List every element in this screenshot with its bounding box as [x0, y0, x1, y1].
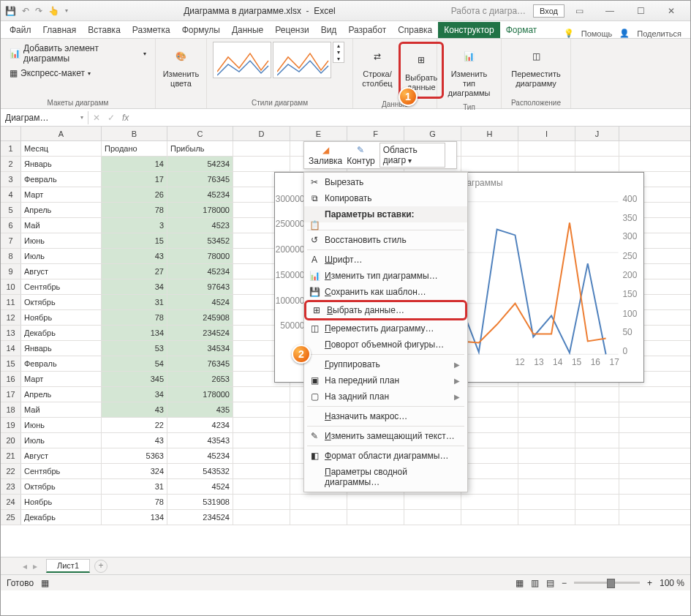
cell[interactable]: [233, 464, 290, 478]
confirm-icon[interactable]: ✓: [107, 113, 115, 123]
cell[interactable]: 178000: [167, 387, 233, 402]
row-header[interactable]: 7: [1, 233, 21, 248]
sheet-nav-next-icon[interactable]: ▸: [33, 561, 37, 571]
cell[interactable]: Январь: [21, 341, 102, 356]
chart-styles-gallery[interactable]: ▴ ▾ ▾: [213, 42, 347, 97]
ctx-item[interactable]: 📊Изменить тип диаграммы…: [304, 268, 467, 284]
cell[interactable]: 43543: [167, 433, 233, 448]
cancel-icon[interactable]: ✕: [93, 113, 100, 123]
cell[interactable]: Июль: [21, 433, 102, 448]
view-pagebreak-icon[interactable]: ▤: [546, 578, 554, 588]
cell[interactable]: Февраль: [21, 172, 102, 187]
cell[interactable]: 97643: [167, 279, 233, 294]
cell[interactable]: [461, 495, 518, 509]
cell[interactable]: [233, 479, 290, 494]
cell[interactable]: [461, 387, 518, 402]
tab-Рецензи[interactable]: Рецензи: [269, 22, 314, 38]
cell[interactable]: 45234: [167, 187, 233, 202]
cell[interactable]: 54: [102, 356, 167, 371]
cell[interactable]: 27: [102, 264, 167, 279]
cell[interactable]: 4524: [167, 479, 233, 494]
col-header[interactable]: F: [347, 127, 404, 140]
cell[interactable]: Декабрь: [21, 510, 102, 525]
ctx-item[interactable]: ✎Изменить замещающий текст…: [304, 428, 467, 444]
row-header[interactable]: 13: [1, 326, 21, 340]
save-icon[interactable]: 💾: [5, 6, 16, 16]
cell[interactable]: 78: [102, 203, 167, 217]
cell[interactable]: 17: [102, 172, 167, 187]
chart-element-select[interactable]: Область диагр ▾: [380, 143, 445, 168]
quick-layout-button[interactable]: ▦Экспресс-макет ▾: [7, 67, 94, 80]
row-header[interactable]: 9: [1, 264, 21, 279]
cell[interactable]: 5363: [102, 448, 167, 463]
cell[interactable]: [575, 464, 619, 478]
cell[interactable]: 4524: [167, 295, 233, 309]
cell[interactable]: [575, 433, 619, 448]
cell[interactable]: [347, 510, 404, 525]
cell[interactable]: [461, 418, 518, 432]
cell[interactable]: 34: [102, 279, 167, 294]
tab-Разметка[interactable]: Разметка: [127, 22, 176, 38]
cell[interactable]: 45234: [167, 264, 233, 279]
col-header[interactable]: H: [461, 127, 518, 140]
row-header[interactable]: 24: [1, 495, 21, 509]
cell[interactable]: 234524: [167, 510, 233, 525]
cell[interactable]: [518, 418, 575, 432]
cell[interactable]: 2653: [167, 372, 233, 386]
touch-icon[interactable]: 👆: [48, 6, 59, 16]
cell[interactable]: [575, 387, 619, 402]
cell[interactable]: Октябрь: [21, 295, 102, 309]
cell[interactable]: [575, 448, 619, 463]
ctx-item[interactable]: Назначить макрос…: [304, 408, 467, 424]
cell[interactable]: 3: [102, 218, 167, 233]
cell[interactable]: 435: [167, 402, 233, 417]
redo-icon[interactable]: ↷: [35, 6, 42, 16]
row-header[interactable]: 21: [1, 448, 21, 463]
ctx-item[interactable]: 💾Сохранить как шаблон…: [304, 284, 467, 300]
cell[interactable]: Сентябрь: [21, 464, 102, 478]
cell[interactable]: [461, 448, 518, 463]
add-sheet-button[interactable]: +: [94, 560, 107, 573]
cell[interactable]: [290, 510, 347, 525]
cell[interactable]: 345: [102, 372, 167, 386]
cell[interactable]: 234524: [167, 326, 233, 340]
col-header[interactable]: B: [102, 127, 167, 140]
maximize-icon[interactable]: ☐: [626, 2, 655, 20]
cell[interactable]: [461, 510, 518, 525]
fill-button[interactable]: ◢Заливка: [309, 145, 342, 166]
cell[interactable]: [518, 495, 575, 509]
cell[interactable]: Июль: [21, 249, 102, 263]
cell[interactable]: 22: [102, 418, 167, 432]
cell[interactable]: 4523: [167, 218, 233, 233]
cell[interactable]: [233, 510, 290, 525]
col-header[interactable]: E: [290, 127, 347, 140]
zoom-out-icon[interactable]: −: [562, 578, 567, 588]
row-header[interactable]: 15: [1, 356, 21, 371]
cell[interactable]: [233, 433, 290, 448]
row-header[interactable]: 16: [1, 372, 21, 386]
sheet-tab[interactable]: Лист1: [46, 559, 90, 573]
cell[interactable]: 43: [102, 402, 167, 417]
name-box[interactable]: Диаграм…▾: [1, 111, 88, 124]
select-all-corner[interactable]: [1, 127, 21, 140]
cell[interactable]: 76345: [167, 356, 233, 371]
cell[interactable]: 34: [102, 387, 167, 402]
tab-Справка[interactable]: Справка: [392, 22, 438, 38]
cell[interactable]: 31: [102, 295, 167, 309]
cell[interactable]: 245908: [167, 310, 233, 325]
ribbon-options-icon[interactable]: ▭: [564, 2, 594, 20]
tab-Файл[interactable]: Файл: [4, 22, 37, 38]
cell[interactable]: Прибыль: [167, 141, 233, 156]
row-header[interactable]: 14: [1, 341, 21, 356]
cell[interactable]: [518, 479, 575, 494]
col-header[interactable]: J: [575, 127, 619, 140]
cell[interactable]: 324: [102, 464, 167, 478]
cell[interactable]: [347, 495, 404, 509]
tab-Формулы[interactable]: Формулы: [176, 22, 226, 38]
tab-Главная[interactable]: Главная: [37, 22, 83, 38]
style-thumb[interactable]: [273, 42, 331, 78]
cell[interactable]: [575, 418, 619, 432]
cell[interactable]: 14: [102, 157, 167, 171]
cell[interactable]: [461, 141, 518, 156]
row-header[interactable]: 17: [1, 387, 21, 402]
